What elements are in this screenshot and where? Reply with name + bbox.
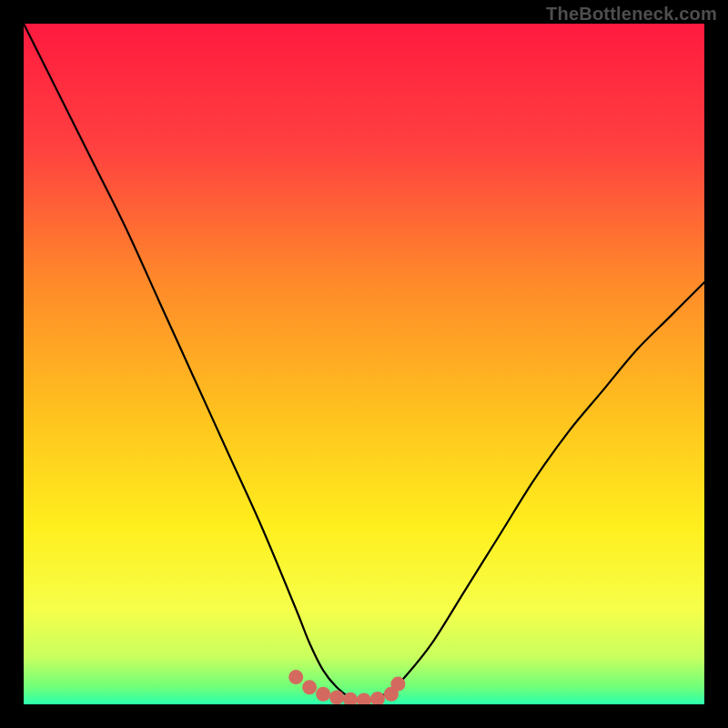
valley-dot bbox=[390, 677, 405, 692]
chart-stage: TheBottleneck.com bbox=[0, 0, 728, 728]
valley-marker bbox=[288, 670, 405, 704]
watermark-text: TheBottleneck.com bbox=[546, 4, 717, 25]
valley-dot bbox=[288, 670, 303, 684]
valley-dot bbox=[357, 693, 371, 704]
valley-dot bbox=[302, 680, 317, 694]
valley-dot bbox=[370, 692, 385, 704]
valley-dot bbox=[316, 687, 330, 702]
valley-dot bbox=[329, 691, 344, 704]
plot-area bbox=[24, 24, 704, 704]
bottleneck-curve bbox=[24, 24, 704, 701]
curve-layer bbox=[24, 24, 704, 704]
